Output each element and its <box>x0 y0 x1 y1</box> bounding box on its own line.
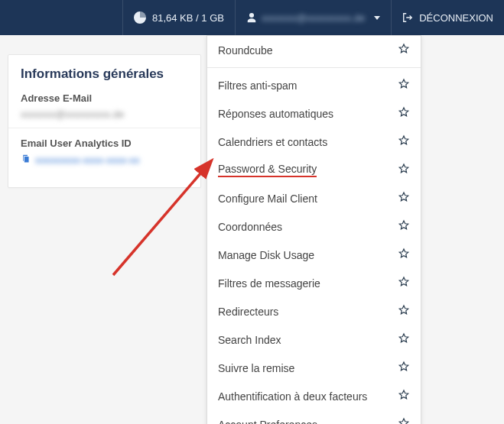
menu-item[interactable]: Suivre la remise <box>207 354 421 382</box>
menu-item[interactable]: Redirecteurs <box>207 297 421 325</box>
star-icon[interactable] <box>398 191 410 206</box>
menu-item[interactable]: Search Index <box>207 325 421 354</box>
star-icon[interactable] <box>398 163 410 177</box>
star-icon[interactable] <box>398 78 410 92</box>
menu-item-label: Manage Disk Usage <box>218 249 314 261</box>
menu-item-label: Réponses automatiques <box>218 108 333 120</box>
menu-item[interactable]: Password & Security <box>207 156 421 184</box>
divider <box>8 128 200 128</box>
chevron-down-icon <box>374 16 380 20</box>
star-icon[interactable] <box>398 361 410 375</box>
star-icon[interactable] <box>398 304 410 319</box>
menu-item[interactable]: Account Preferences <box>207 410 421 424</box>
logout-icon <box>402 12 413 23</box>
menu-item-label: Calendriers et contacts <box>218 136 327 148</box>
menu-item[interactable]: Coordonnées <box>207 212 421 241</box>
menu-item[interactable]: Authentification à deux facteurs <box>207 382 421 410</box>
star-icon[interactable] <box>398 417 410 424</box>
menu-item-label: Account Preferences <box>218 419 317 425</box>
divider <box>207 67 421 68</box>
analytics-value-row[interactable]: xxxxxxxxx-xxxx-xxxx-xx <box>21 154 188 166</box>
star-icon[interactable] <box>398 332 410 347</box>
topbar: 81,64 KB / 1 GB xxxxxxx@xxxxxxxxx.de DÉC… <box>0 0 504 35</box>
analytics-label: Email User Analytics ID <box>21 138 188 149</box>
menu-item-label: Authentification à deux facteurs <box>218 390 367 403</box>
email-label: Adresse E-Mail <box>21 92 188 104</box>
menu-item[interactable]: Calendriers et contacts <box>207 128 421 156</box>
menu-item-label: Configure Mail Client <box>218 193 317 205</box>
account-dropdown-trigger[interactable]: xxxxxxx@xxxxxxxxx.de <box>235 0 391 35</box>
star-icon[interactable] <box>398 248 410 262</box>
menu-item-label: Redirecteurs <box>218 306 278 318</box>
copy-icon <box>21 154 31 166</box>
menu-item-label: Filtres anti-spam <box>218 79 297 92</box>
general-info-panel: Informations générales Adresse E-Mail xx… <box>8 54 201 188</box>
panel-title: Informations générales <box>21 66 188 82</box>
menu-item[interactable]: Filtres anti-spam <box>207 71 421 99</box>
person-icon <box>246 12 257 23</box>
analytics-value: xxxxxxxxx-xxxx-xxxx-xx <box>35 154 140 166</box>
star-icon[interactable] <box>398 219 410 234</box>
pie-chart-icon <box>134 11 146 24</box>
menu-item[interactable]: Filtres de messagerie <box>207 269 421 297</box>
menu-item[interactable]: Réponses automatiques <box>207 99 421 128</box>
star-icon[interactable] <box>398 276 410 290</box>
star-icon[interactable] <box>398 389 410 403</box>
menu-item-label: Search Index <box>218 334 281 346</box>
star-icon[interactable] <box>398 43 410 57</box>
account-dropdown-menu: Roundcube Filtres anti-spamRéponses auto… <box>206 35 421 424</box>
email-value: xxxxxxx@xxxxxxxxx.de <box>21 108 188 120</box>
star-icon[interactable] <box>398 106 410 121</box>
menu-item[interactable]: Configure Mail Client <box>207 184 421 212</box>
disk-usage-text: 81,64 KB / 1 GB <box>152 12 224 24</box>
logout-label: DÉCONNEXION <box>419 12 493 24</box>
menu-item[interactable]: Manage Disk Usage <box>207 241 421 269</box>
menu-item-label: Suivre la remise <box>218 362 294 374</box>
logout-button[interactable]: DÉCONNEXION <box>391 0 504 35</box>
menu-item-label: Coordonnées <box>218 221 282 233</box>
menu-item-label: Password & Security <box>218 163 317 177</box>
disk-usage-section[interactable]: 81,64 KB / 1 GB <box>122 0 235 35</box>
star-icon[interactable] <box>398 134 410 149</box>
menu-item-label: Filtres de messagerie <box>218 277 320 290</box>
menu-item-label: Roundcube <box>218 44 273 57</box>
account-email: xxxxxxx@xxxxxxxxx.de <box>262 12 365 24</box>
menu-item[interactable]: Roundcube <box>207 36 421 64</box>
